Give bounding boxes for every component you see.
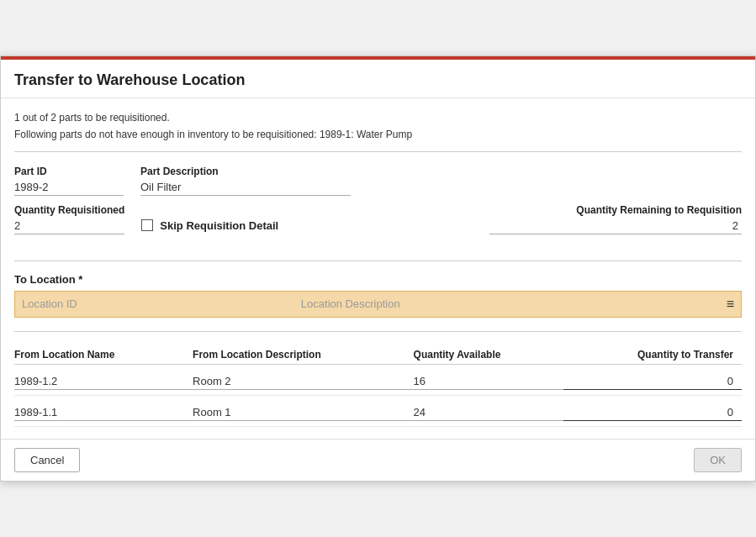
info-box: 1 out of 2 parts to be requisitioned. Fo… (14, 110, 742, 142)
table-row: 1989-1.2 Room 2 16 0 (14, 365, 742, 396)
skip-requisition-label: Skip Requisition Detail (160, 219, 278, 232)
part-desc-label: Part Description (140, 166, 351, 177)
dialog-body: 1 out of 2 parts to be requisitioned. Fo… (1, 98, 755, 438)
info-line1: 1 out of 2 parts to be requisitioned. (14, 110, 742, 126)
dialog-title: Transfer to Warehouse Location (1, 56, 755, 98)
qty-req-label: Quantity Requisitioned (14, 204, 124, 216)
divider-1 (14, 151, 742, 152)
dialog-footer: Cancel OK (1, 439, 755, 481)
part-desc-value: Oil Filter (140, 181, 351, 196)
cancel-button[interactable]: Cancel (14, 448, 80, 472)
quantity-row: Quantity Requisitioned 2 Skip Requisitio… (14, 204, 742, 235)
qty-remain-value: 2 (489, 219, 742, 234)
part-desc-field: Part Description Oil Filter (140, 166, 351, 196)
qty-remain-field: Quantity Remaining to Requisition 2 (489, 204, 742, 234)
divider-2 (14, 261, 742, 261)
cell-from-name-1: 1989-1.1 (14, 406, 193, 421)
transfer-dialog: Transfer to Warehouse Location 1 out of … (0, 55, 756, 481)
cell-from-name-0: 1989-1.2 (14, 375, 193, 390)
to-location-section: To Location * Location ID Location Descr… (14, 273, 742, 318)
part-row: Part ID 1989-2 Part Description Oil Filt… (14, 166, 742, 196)
table-row: 1989-1.1 Room 1 24 0 (14, 396, 742, 427)
scrollable-content[interactable]: 1 out of 2 parts to be requisitioned. Fo… (1, 98, 755, 438)
col-from-name: From Location Name (14, 349, 193, 361)
ok-button[interactable]: OK (694, 448, 742, 472)
cell-qty-transfer-1[interactable]: 0 (563, 406, 742, 421)
right-spacer: OK (694, 448, 742, 472)
col-qty-transfer: Quantity to Transfer (563, 349, 742, 361)
cell-qty-avail-0: 16 (414, 375, 563, 390)
qty-remain-label: Quantity Remaining to Requisition (489, 204, 742, 216)
col-qty-avail: Quantity Available (414, 349, 563, 361)
to-location-menu-icon[interactable]: ≡ (720, 297, 734, 312)
divider-3 (14, 331, 742, 332)
to-location-label: To Location * (14, 273, 742, 286)
cell-qty-avail-1: 24 (414, 406, 563, 421)
info-line2: Following parts do not have enough in in… (14, 127, 742, 143)
cell-qty-transfer-0[interactable]: 0 (563, 375, 742, 390)
skip-checkbox-area[interactable]: Skip Requisition Detail (141, 219, 278, 235)
inventory-table: From Location Name From Location Descrip… (14, 349, 742, 427)
part-id-value: 1989-2 (14, 181, 124, 196)
part-section: Part ID 1989-2 Part Description Oil Filt… (14, 161, 742, 249)
to-location-input-row[interactable]: Location ID Location Description ≡ (14, 291, 742, 318)
table-header-row: From Location Name From Location Descrip… (14, 349, 742, 365)
cell-from-desc-0: Room 2 (193, 375, 414, 390)
qty-req-value: 2 (14, 219, 124, 234)
skip-requisition-checkbox[interactable] (141, 219, 153, 231)
to-location-desc-placeholder: Location Description (301, 297, 720, 310)
part-id-label: Part ID (14, 166, 124, 177)
cell-from-desc-1: Room 1 (193, 406, 414, 421)
part-id-field: Part ID 1989-2 (14, 166, 124, 196)
col-from-desc: From Location Description (193, 349, 414, 361)
to-location-id-placeholder[interactable]: Location ID (22, 297, 301, 310)
qty-req-field: Quantity Requisitioned 2 (14, 204, 124, 234)
